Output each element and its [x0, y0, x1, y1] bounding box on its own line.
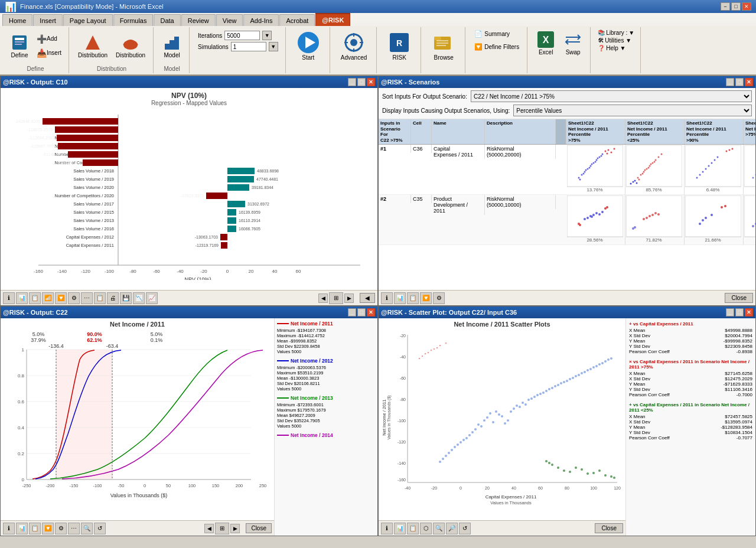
- npv-close-btn[interactable]: ◀: [360, 293, 375, 303]
- help-button[interactable]: ❓ Help ▼: [598, 45, 634, 51]
- npv-close[interactable]: ✕: [367, 78, 375, 86]
- cdf-info-btn[interactable]: ℹ: [3, 523, 15, 534]
- risk-button[interactable]: R RISK: [383, 28, 416, 63]
- utilities-button[interactable]: 🛠 Utilities ▼: [598, 37, 634, 44]
- svg-rect-59: [227, 168, 255, 174]
- browse-button[interactable]: Browse: [427, 28, 460, 63]
- svg-point-293: [604, 360, 607, 363]
- scen-settings-btn[interactable]: ⚙: [433, 292, 445, 304]
- scenarios-close-btn[interactable]: Close: [725, 293, 753, 303]
- cdf-minimize[interactable]: _: [348, 308, 356, 317]
- npv-filter-btn[interactable]: 🔽: [55, 292, 67, 304]
- tab-home[interactable]: Home: [2, 14, 32, 26]
- svg-text:Capital Expenses / 2011: Capital Expenses / 2011: [485, 494, 537, 500]
- scen-filter-btn[interactable]: 🔽: [420, 292, 432, 304]
- cdf-table-btn[interactable]: 📋: [29, 523, 41, 534]
- model-button[interactable]: Model: [159, 31, 184, 60]
- cdf-settings-btn[interactable]: ⚙: [55, 523, 67, 534]
- swap-button[interactable]: Swap: [561, 28, 585, 57]
- scen-info-btn[interactable]: ℹ: [381, 292, 393, 304]
- advanced-button[interactable]: Advanced: [336, 28, 372, 63]
- scatter-restore[interactable]: □: [735, 308, 744, 317]
- distribution-define-icon: [83, 33, 102, 52]
- scatter-info-btn[interactable]: ℹ: [381, 523, 393, 534]
- scatter-table-btn[interactable]: 📋: [407, 523, 419, 534]
- tab-acrobat[interactable]: Acrobat: [279, 14, 315, 26]
- npv-bar-btn[interactable]: 📶: [42, 292, 54, 304]
- simulations-input[interactable]: [231, 42, 266, 51]
- tab-page-layout[interactable]: Page Layout: [63, 14, 113, 26]
- svg-point-295: [439, 461, 441, 463]
- svg-text:250: 250: [259, 483, 267, 488]
- start-button[interactable]: Start: [292, 28, 325, 63]
- tab-formulas[interactable]: Formulas: [113, 14, 154, 26]
- iterations-input[interactable]: [224, 31, 260, 40]
- tab-addins[interactable]: Add-Ins: [243, 14, 279, 26]
- scen-table-btn[interactable]: 📋: [407, 292, 419, 304]
- npv-more-btn[interactable]: ⋯: [81, 292, 93, 304]
- iterations-dropdown[interactable]: ▼: [262, 31, 272, 40]
- scatter-zoom-btn[interactable]: 🔍: [433, 523, 445, 534]
- npv-export-btn[interactable]: 💾: [120, 292, 132, 304]
- insert-button[interactable]: 📥 Insert: [34, 47, 64, 59]
- svg-point-297: [530, 397, 533, 400]
- npv-prev-btn[interactable]: ◀: [318, 293, 328, 303]
- scatter-zoom-out-btn[interactable]: 🔎: [446, 523, 458, 534]
- tab-risk[interactable]: @RISK: [315, 13, 350, 26]
- scatter-close-x[interactable]: ✕: [745, 308, 753, 317]
- scenarios-restore[interactable]: □: [735, 78, 744, 86]
- scatter-graph-btn[interactable]: 📊: [394, 523, 406, 534]
- maximize-button[interactable]: □: [731, 2, 741, 11]
- scatter-reset-btn[interactable]: ↺: [459, 523, 471, 534]
- cdf-prev-btn[interactable]: ◀: [204, 524, 214, 533]
- npv-info-btn[interactable]: ℹ: [3, 292, 15, 304]
- cdf-zoom-btn[interactable]: 🔍: [81, 523, 93, 534]
- cdf-next-btn[interactable]: ▶: [230, 524, 240, 533]
- cdf-graph-btn[interactable]: 📊: [16, 523, 28, 534]
- svg-text:Values in Thousands: Values in Thousands: [490, 500, 532, 505]
- npv-regression-btn[interactable]: 📈: [146, 292, 158, 304]
- cdf-more-btn[interactable]: ⋯: [68, 523, 80, 534]
- add-button[interactable]: ➕ Add: [34, 33, 64, 45]
- distribution-define-button[interactable]: Distribution: [75, 31, 110, 60]
- sort-select[interactable]: C22 / Net Income / 2011 >75%: [471, 90, 752, 102]
- svg-text:0.8: 0.8: [18, 373, 25, 379]
- npv-chart-btn[interactable]: 📊: [16, 292, 28, 304]
- library-button[interactable]: 📚 Library : ▼: [598, 30, 634, 36]
- summary-button[interactable]: 📄 Summary: [471, 28, 522, 40]
- minimize-button[interactable]: −: [721, 2, 730, 11]
- cdf-close-x[interactable]: ✕: [367, 308, 375, 317]
- npv-copy-btn[interactable]: 📋: [94, 292, 106, 304]
- display-select[interactable]: Percentile Values: [513, 105, 752, 116]
- s3-ymean: -$128283.9584: [721, 425, 752, 430]
- npv-restore[interactable]: □: [357, 78, 366, 86]
- npv-minimize[interactable]: _: [348, 78, 356, 86]
- tab-data[interactable]: Data: [154, 14, 180, 26]
- npv-print-btn[interactable]: 🖨: [107, 292, 119, 304]
- define-filters-button[interactable]: 🔽 Define Filters: [471, 41, 522, 53]
- scen-chart-btn[interactable]: 📊: [394, 292, 406, 304]
- tab-view[interactable]: View: [216, 14, 243, 26]
- excel-button[interactable]: X Excel: [533, 28, 558, 57]
- scatter-3d-btn[interactable]: ⬡: [420, 523, 432, 534]
- simulations-dropdown[interactable]: ▼: [269, 42, 278, 51]
- scatter-minimize[interactable]: _: [726, 308, 734, 317]
- close-button[interactable]: ✕: [742, 2, 751, 11]
- distribution-group-label: Distribution: [97, 64, 126, 72]
- npv-graph-btn[interactable]: 📉: [133, 292, 145, 304]
- row2-name: ProductDevelopment /2011: [432, 195, 485, 215]
- tab-insert[interactable]: Insert: [33, 14, 63, 26]
- scenarios-close-x[interactable]: ✕: [745, 78, 753, 86]
- npv-settings-btn[interactable]: ⚙: [68, 292, 80, 304]
- cdf-close-btn[interactable]: Close: [246, 523, 272, 533]
- define-button[interactable]: Define: [7, 31, 32, 60]
- scenarios-minimize[interactable]: _: [726, 78, 734, 86]
- tab-review[interactable]: Review: [181, 14, 216, 26]
- npv-table-btn[interactable]: 📋: [29, 292, 41, 304]
- cdf-filter-btn[interactable]: 🔽: [42, 523, 54, 534]
- cdf-restore[interactable]: □: [357, 308, 366, 317]
- distribution-button[interactable]: Distribution: [113, 31, 148, 60]
- npv-next-btn[interactable]: ▶: [344, 293, 354, 303]
- scatter-close-btn[interactable]: Close: [595, 523, 623, 533]
- cdf-reset-btn[interactable]: ↺: [94, 523, 106, 534]
